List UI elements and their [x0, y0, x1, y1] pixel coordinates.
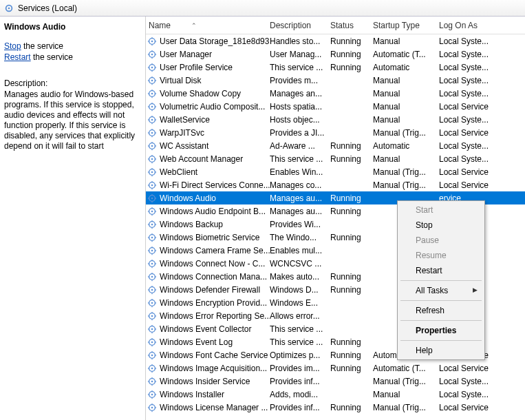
service-desc: Manages au...	[270, 193, 330, 203]
titlebar-label: Services (Local)	[18, 3, 77, 13]
service-logon: Local Syste...	[439, 141, 525, 151]
table-row[interactable]: WC AssistantAd-Aware ...RunningAutomatic…	[146, 139, 525, 152]
service-name: Windows Defender Firewall	[160, 285, 260, 295]
service-name: WalletService	[160, 115, 210, 125]
col-description[interactable]: Description	[270, 21, 330, 30]
svg-point-9	[151, 53, 153, 54]
col-logon-as[interactable]: Log On As	[439, 21, 525, 30]
ctx-properties[interactable]: Properties	[399, 323, 483, 338]
service-name: Web Account Manager	[160, 154, 243, 164]
selected-service-title: Windows Audio	[4, 22, 138, 32]
service-gear-icon	[147, 350, 157, 360]
table-row[interactable]: Web Account ManagerThis service ...Runni…	[146, 152, 525, 165]
ctx-sep	[400, 280, 482, 281]
col-name[interactable]: Name ⌃	[146, 21, 270, 30]
service-desc: Windows E...	[270, 298, 330, 308]
table-row[interactable]: WarpJITSvcProvides a JI...Manual (Trig..…	[146, 126, 525, 139]
ctx-help[interactable]: Help	[399, 343, 483, 358]
svg-point-33	[151, 105, 153, 107]
table-row[interactable]: Virtual DiskProvides m...ManualLocal Sys…	[146, 74, 525, 87]
service-startup: Manual	[373, 154, 439, 164]
service-startup: Manual	[373, 36, 439, 46]
table-row[interactable]: User Profile ServiceThis service ...Runn…	[146, 61, 525, 74]
svg-point-129	[151, 315, 153, 316]
service-gear-icon	[147, 272, 157, 282]
ctx-sep	[400, 340, 482, 341]
column-headers[interactable]: Name ⌃ Description Status Startup Type L…	[146, 17, 525, 34]
service-desc: This service ...	[270, 63, 330, 72]
service-logon: Local Syste...	[439, 50, 525, 59]
service-gear-icon	[147, 180, 157, 190]
service-name: Virtual Disk	[160, 76, 201, 85]
svg-point-153	[151, 367, 153, 368]
table-row[interactable]: Wi-Fi Direct Services Conne...Manages co…	[146, 178, 525, 191]
svg-point-87	[151, 223, 153, 224]
table-row[interactable]: User ManagerUser Manag...RunningAutomati…	[146, 48, 525, 61]
service-desc: Hosts objec...	[270, 115, 330, 125]
service-name: Wi-Fi Direct Services Conne...	[160, 180, 270, 190]
svg-point-141	[151, 341, 153, 342]
service-status: Running	[330, 337, 373, 347]
table-row[interactable]: User Data Storage_181e8d93Handles sto...…	[146, 34, 525, 48]
service-desc: Provides inf...	[270, 377, 330, 386]
service-status: Running	[330, 364, 373, 373]
table-row[interactable]: Windows License Manager ...Provides inf.…	[146, 401, 525, 414]
service-gear-icon	[147, 403, 157, 412]
service-desc: Provides im...	[270, 364, 330, 373]
restart-service-link[interactable]: Restart	[4, 52, 31, 62]
svg-point-111	[151, 275, 153, 277]
service-name: Windows Biometric Service	[160, 233, 259, 242]
ctx-restart[interactable]: Restart	[399, 263, 483, 278]
table-row[interactable]: Windows InstallerAdds, modi...ManualLoca…	[146, 388, 525, 401]
service-logon: Local Syste...	[439, 377, 525, 386]
service-desc: Allows error...	[270, 311, 330, 321]
svg-point-63	[151, 171, 153, 172]
service-name: Windows Font Cache Service	[160, 350, 268, 360]
service-desc: Provides inf...	[270, 403, 330, 412]
service-name: Windows Audio	[160, 193, 216, 203]
svg-point-171	[151, 406, 153, 408]
services-icon	[4, 3, 14, 13]
service-desc: Manages an...	[270, 89, 330, 98]
ctx-refresh[interactable]: Refresh	[399, 303, 483, 318]
service-startup: Automatic (T...	[373, 364, 439, 373]
ctx-stop[interactable]: Stop	[399, 218, 483, 233]
service-gear-icon	[147, 364, 157, 373]
col-status[interactable]: Status	[330, 21, 373, 30]
table-row[interactable]: WalletServiceHosts objec...ManualLocal S…	[146, 113, 525, 126]
service-gear-icon	[147, 76, 157, 85]
svg-point-93	[151, 236, 153, 238]
service-desc: The Windo...	[270, 233, 330, 242]
service-desc: Windows D...	[270, 285, 330, 295]
service-startup: Manual (Trig...	[373, 128, 439, 138]
service-name: Windows Connection Mana...	[160, 272, 267, 282]
service-logon: Local Service	[439, 364, 525, 373]
service-gear-icon	[147, 324, 157, 334]
service-status: Running	[330, 154, 373, 164]
submenu-arrow-icon: ▶	[473, 286, 478, 293]
svg-point-123	[151, 302, 153, 303]
table-row[interactable]: Windows Image Acquisition...Provides im.…	[146, 361, 525, 375]
details-pane: Windows Audio Stop the service Restart t…	[0, 17, 146, 420]
stop-service-link[interactable]: Stop	[4, 41, 21, 51]
service-name: Windows License Manager ...	[160, 403, 268, 412]
service-logon: Local Syste...	[439, 154, 525, 164]
table-row[interactable]: Volume Shadow CopyManages an...ManualLoc…	[146, 87, 525, 100]
service-desc: Handles sto...	[270, 36, 330, 46]
service-desc: User Manag...	[270, 50, 330, 59]
service-name: Windows Error Reporting Se...	[160, 311, 270, 321]
table-row[interactable]: Volumetric Audio Composit...Hosts spatia…	[146, 100, 525, 113]
service-name: Windows Insider Service	[160, 377, 250, 386]
svg-point-135	[151, 328, 153, 329]
service-gear-icon	[147, 89, 157, 98]
ctx-alltasks[interactable]: All Tasks▶	[399, 283, 483, 298]
service-name: Windows Installer	[160, 390, 224, 399]
service-gear-icon	[147, 36, 157, 46]
svg-point-27	[151, 92, 153, 94]
table-row[interactable]: Windows Insider ServiceProvides inf...Ma…	[146, 375, 525, 388]
col-startup-type[interactable]: Startup Type	[373, 21, 439, 30]
service-logon: Local Service	[439, 128, 525, 138]
service-name: Volume Shadow Copy	[160, 89, 241, 98]
table-row[interactable]: WebClientEnables Win...Manual (Trig...Lo…	[146, 165, 525, 178]
service-name: WebClient	[160, 167, 197, 177]
